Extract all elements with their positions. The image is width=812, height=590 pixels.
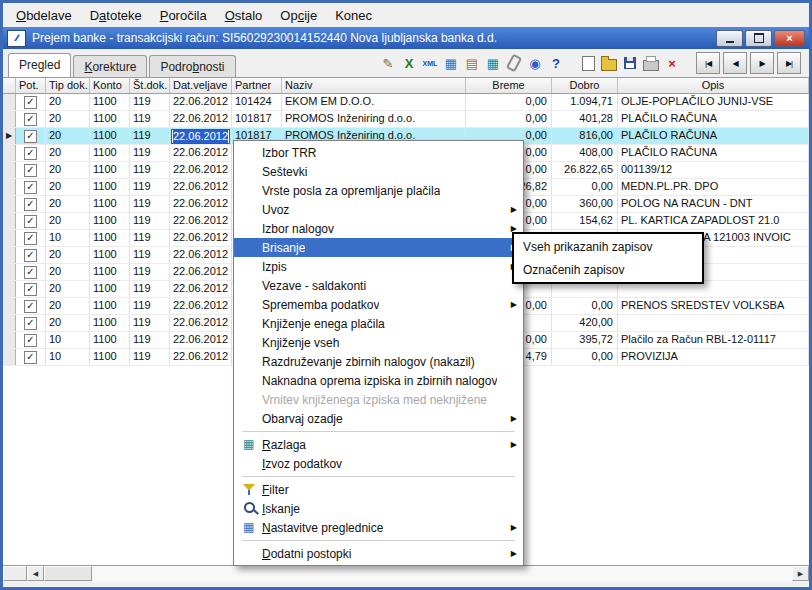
row-selector[interactable] [3, 145, 16, 161]
cell-st[interactable]: 119 [130, 298, 170, 314]
cell-opis[interactable]: PLAČILO RAČUNA [618, 145, 809, 161]
cell-st[interactable]: 119 [130, 111, 170, 127]
cell-opis[interactable]: OLJE-POPLAČILO JUNIJ-VSE [618, 94, 809, 110]
cell-pot[interactable]: ✓ [16, 162, 46, 178]
cell-st[interactable]: 119 [130, 196, 170, 212]
cell-st[interactable]: 119 [130, 315, 170, 331]
row-selector[interactable] [3, 196, 16, 212]
cell-st[interactable]: 119 [130, 281, 170, 297]
cell-tip[interactable]: 10 [46, 230, 90, 246]
row-checkbox[interactable]: ✓ [24, 283, 37, 296]
menubar-item-opcije[interactable]: Opcije [271, 5, 326, 26]
row-checkbox[interactable]: ✓ [24, 147, 37, 160]
cell-st[interactable]: 119 [130, 145, 170, 161]
cell-opis[interactable]: Plačilo za Račun RBL-12-01117 [618, 332, 809, 348]
cell-opis[interactable]: PRENOS SREDSTEV VOLKSBA [618, 298, 809, 314]
cell-tip[interactable]: 10 [46, 349, 90, 365]
table-row[interactable]: ✓20110011922.06.2012101817PROMOS Inženir… [3, 111, 809, 128]
grid-edit-icon[interactable]: ▤ [462, 53, 482, 73]
cell-st[interactable]: 119 [130, 94, 170, 110]
cell-dat[interactable]: 22.06.2012 [170, 94, 232, 110]
row-checkbox[interactable]: ✓ [24, 164, 37, 177]
cell-tip[interactable]: 20 [46, 111, 90, 127]
cell-dat-editing[interactable]: 22.06.2012 [170, 128, 232, 144]
context-menu-item-izbor-nalogov[interactable]: Izbor nalogov▶ [234, 219, 523, 238]
cell-opis[interactable]: POLOG NA RACUN - DNT [618, 196, 809, 212]
cell-dobro[interactable]: 395,72 [552, 332, 618, 348]
cell-st[interactable]: 119 [130, 128, 170, 144]
cell-pot[interactable]: ✓ [16, 281, 46, 297]
context-menu-item-filter[interactable]: Filter [234, 480, 523, 499]
cell-pot[interactable]: ✓ [16, 247, 46, 263]
context-menu-item-vezave-saldakonti[interactable]: Vezave - saldakonti [234, 276, 523, 295]
cell-dobro[interactable]: 154,62 [552, 213, 618, 229]
cell-dobro[interactable]: 0,00 [552, 179, 618, 195]
date-edit-input[interactable]: 22.06.2012 [171, 129, 230, 144]
cell-dat[interactable]: 22.06.2012 [170, 264, 232, 280]
menubar-item-ostalo[interactable]: Ostalo [216, 5, 272, 26]
excel-export-icon[interactable]: X [399, 53, 419, 73]
context-menu-item-knji-enje-vseh[interactable]: Knjiženje vseh [234, 333, 523, 352]
row-checkbox[interactable]: ✓ [24, 113, 37, 126]
context-menu-item-iskanje[interactable]: Iskanje [234, 499, 523, 518]
cell-opis[interactable]: 001139/12 [618, 162, 809, 178]
cell-dobro[interactable]: 1.094,71 [552, 94, 618, 110]
cell-opis[interactable]: PLAČILO RAČUNA [618, 128, 809, 144]
cell-dat[interactable]: 22.06.2012 [170, 349, 232, 365]
cell-konto[interactable]: 1100 [90, 332, 130, 348]
cell-konto[interactable]: 1100 [90, 111, 130, 127]
row-selector[interactable] [3, 213, 16, 229]
context-menu-item-se-tevki[interactable]: Seštevki [234, 162, 523, 181]
column-header-pot[interactable]: Pot. [16, 78, 46, 93]
context-menu-item-vrste-posla-za-opremljanje-pla-ila[interactable]: Vrste posla za opremljanje plačila [234, 181, 523, 200]
cell-tip[interactable]: 20 [46, 298, 90, 314]
context-menu-item-razlaga[interactable]: Razlaga▶ [234, 435, 523, 454]
cell-pot[interactable]: ✓ [16, 230, 46, 246]
row-selector[interactable] [3, 247, 16, 263]
cell-dat[interactable]: 22.06.2012 [170, 281, 232, 297]
cell-konto[interactable]: 1100 [90, 315, 130, 331]
cell-opis[interactable] [618, 315, 809, 331]
print-icon[interactable] [641, 53, 661, 73]
context-menu-item-naknadna-oprema-izpiska-in-zbirnih-nalogov[interactable]: Naknadna oprema izpiska in zbirnih nalog… [234, 371, 523, 390]
cell-pot[interactable]: ✓ [16, 332, 46, 348]
cell-opis[interactable]: PROVIZIJA [618, 349, 809, 365]
nav-next-icon[interactable]: ▶ [750, 52, 774, 74]
row-selector[interactable] [3, 179, 16, 195]
context-menu-item-uvoz[interactable]: Uvoz▶ [234, 200, 523, 219]
context-menu-item-izvoz-podatkov[interactable]: Izvoz podatkov [234, 454, 523, 473]
cell-st[interactable]: 119 [130, 162, 170, 178]
row-checkbox[interactable]: ✓ [24, 351, 37, 364]
cell-dat[interactable]: 22.06.2012 [170, 298, 232, 314]
cell-opis[interactable]: PLAČILO RAČUNA [618, 111, 809, 127]
new-document-icon[interactable] [578, 53, 598, 73]
cell-pot[interactable]: ✓ [16, 298, 46, 314]
cell-partner[interactable]: 101817 [232, 111, 282, 127]
cell-st[interactable]: 119 [130, 213, 170, 229]
grid-corner-button[interactable] [3, 566, 27, 581]
cell-dat[interactable]: 22.06.2012 [170, 332, 232, 348]
cell-tip[interactable]: 20 [46, 145, 90, 161]
cell-konto[interactable]: 1100 [90, 213, 130, 229]
cell-pot[interactable]: ✓ [16, 315, 46, 331]
cell-pot[interactable]: ✓ [16, 111, 46, 127]
row-selector[interactable] [3, 230, 16, 246]
row-selector[interactable] [3, 264, 16, 280]
web-icon[interactable]: ◉ [525, 53, 545, 73]
cell-dat[interactable]: 22.06.2012 [170, 162, 232, 178]
scroll-left-arrow[interactable]: ◀ [27, 566, 44, 581]
row-checkbox[interactable]: ✓ [24, 96, 37, 109]
cell-tip[interactable]: 20 [46, 247, 90, 263]
cell-tip[interactable]: 20 [46, 315, 90, 331]
cell-dobro[interactable]: 360,00 [552, 196, 618, 212]
cell-breme[interactable]: 0,00 [466, 94, 552, 110]
cell-pot[interactable]: ✓ [16, 128, 46, 144]
cell-dat[interactable]: 22.06.2012 [170, 196, 232, 212]
cell-tip[interactable]: 20 [46, 128, 90, 144]
cell-partner[interactable]: 101424 [232, 94, 282, 110]
cell-konto[interactable]: 1100 [90, 264, 130, 280]
cell-opis[interactable]: MEDN.PL.PR. DPO [618, 179, 809, 195]
delete-icon[interactable]: × [662, 53, 682, 73]
cell-st[interactable]: 119 [130, 332, 170, 348]
cell-pot[interactable]: ✓ [16, 94, 46, 110]
